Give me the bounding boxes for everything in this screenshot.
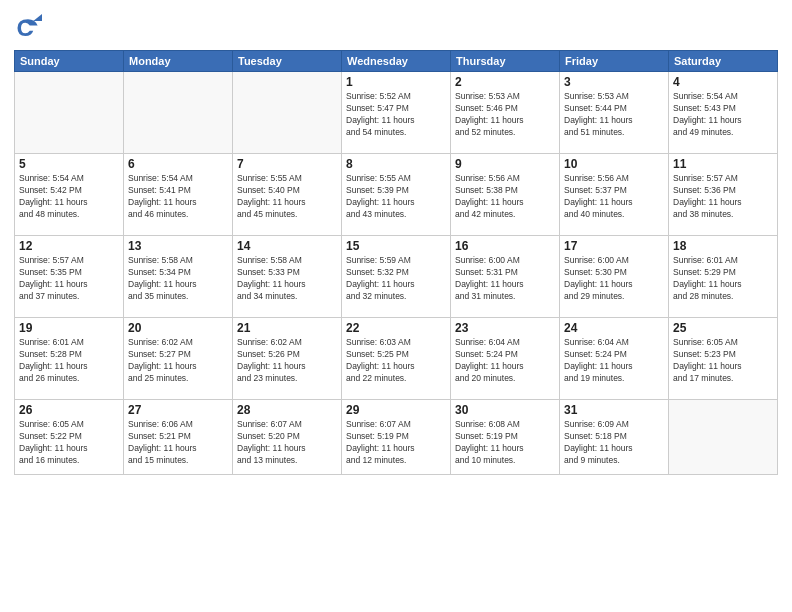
calendar-cell: 18Sunrise: 6:01 AM Sunset: 5:29 PM Dayli…: [669, 236, 778, 318]
day-info: Sunrise: 6:09 AM Sunset: 5:18 PM Dayligh…: [564, 419, 664, 467]
day-number: 19: [19, 321, 119, 335]
day-number: 17: [564, 239, 664, 253]
header: [14, 10, 778, 42]
day-info: Sunrise: 6:03 AM Sunset: 5:25 PM Dayligh…: [346, 337, 446, 385]
calendar-table: SundayMondayTuesdayWednesdayThursdayFrid…: [14, 50, 778, 475]
calendar-cell: [233, 72, 342, 154]
calendar-cell: 2Sunrise: 5:53 AM Sunset: 5:46 PM Daylig…: [451, 72, 560, 154]
day-info: Sunrise: 5:57 AM Sunset: 5:35 PM Dayligh…: [19, 255, 119, 303]
day-info: Sunrise: 5:57 AM Sunset: 5:36 PM Dayligh…: [673, 173, 773, 221]
weekday-header-saturday: Saturday: [669, 51, 778, 72]
calendar-cell: 21Sunrise: 6:02 AM Sunset: 5:26 PM Dayli…: [233, 318, 342, 400]
day-number: 28: [237, 403, 337, 417]
day-info: Sunrise: 6:06 AM Sunset: 5:21 PM Dayligh…: [128, 419, 228, 467]
day-number: 14: [237, 239, 337, 253]
day-number: 1: [346, 75, 446, 89]
day-number: 18: [673, 239, 773, 253]
week-row-4: 19Sunrise: 6:01 AM Sunset: 5:28 PM Dayli…: [15, 318, 778, 400]
day-info: Sunrise: 5:53 AM Sunset: 5:46 PM Dayligh…: [455, 91, 555, 139]
calendar-cell: 24Sunrise: 6:04 AM Sunset: 5:24 PM Dayli…: [560, 318, 669, 400]
day-number: 11: [673, 157, 773, 171]
day-info: Sunrise: 5:58 AM Sunset: 5:34 PM Dayligh…: [128, 255, 228, 303]
day-info: Sunrise: 6:00 AM Sunset: 5:31 PM Dayligh…: [455, 255, 555, 303]
day-info: Sunrise: 6:07 AM Sunset: 5:20 PM Dayligh…: [237, 419, 337, 467]
weekday-header-wednesday: Wednesday: [342, 51, 451, 72]
day-number: 29: [346, 403, 446, 417]
logo-icon: [14, 14, 42, 42]
calendar-cell: 1Sunrise: 5:52 AM Sunset: 5:47 PM Daylig…: [342, 72, 451, 154]
day-number: 7: [237, 157, 337, 171]
day-info: Sunrise: 5:56 AM Sunset: 5:38 PM Dayligh…: [455, 173, 555, 221]
day-info: Sunrise: 6:04 AM Sunset: 5:24 PM Dayligh…: [455, 337, 555, 385]
weekday-header-tuesday: Tuesday: [233, 51, 342, 72]
day-info: Sunrise: 6:01 AM Sunset: 5:29 PM Dayligh…: [673, 255, 773, 303]
day-number: 16: [455, 239, 555, 253]
day-number: 27: [128, 403, 228, 417]
day-info: Sunrise: 5:55 AM Sunset: 5:40 PM Dayligh…: [237, 173, 337, 221]
calendar-container: SundayMondayTuesdayWednesdayThursdayFrid…: [0, 0, 792, 483]
day-number: 21: [237, 321, 337, 335]
day-info: Sunrise: 6:08 AM Sunset: 5:19 PM Dayligh…: [455, 419, 555, 467]
day-info: Sunrise: 5:52 AM Sunset: 5:47 PM Dayligh…: [346, 91, 446, 139]
calendar-cell: 15Sunrise: 5:59 AM Sunset: 5:32 PM Dayli…: [342, 236, 451, 318]
calendar-cell: 17Sunrise: 6:00 AM Sunset: 5:30 PM Dayli…: [560, 236, 669, 318]
weekday-header-monday: Monday: [124, 51, 233, 72]
day-number: 9: [455, 157, 555, 171]
calendar-cell: [15, 72, 124, 154]
day-number: 22: [346, 321, 446, 335]
day-number: 31: [564, 403, 664, 417]
calendar-cell: 9Sunrise: 5:56 AM Sunset: 5:38 PM Daylig…: [451, 154, 560, 236]
weekday-header-thursday: Thursday: [451, 51, 560, 72]
logo: [14, 14, 46, 42]
weekday-header-row: SundayMondayTuesdayWednesdayThursdayFrid…: [15, 51, 778, 72]
calendar-cell: 16Sunrise: 6:00 AM Sunset: 5:31 PM Dayli…: [451, 236, 560, 318]
calendar-cell: 10Sunrise: 5:56 AM Sunset: 5:37 PM Dayli…: [560, 154, 669, 236]
day-number: 25: [673, 321, 773, 335]
day-number: 2: [455, 75, 555, 89]
calendar-cell: 30Sunrise: 6:08 AM Sunset: 5:19 PM Dayli…: [451, 400, 560, 475]
day-info: Sunrise: 5:54 AM Sunset: 5:42 PM Dayligh…: [19, 173, 119, 221]
day-info: Sunrise: 5:55 AM Sunset: 5:39 PM Dayligh…: [346, 173, 446, 221]
day-number: 3: [564, 75, 664, 89]
calendar-cell: 14Sunrise: 5:58 AM Sunset: 5:33 PM Dayli…: [233, 236, 342, 318]
day-number: 26: [19, 403, 119, 417]
calendar-cell: 28Sunrise: 6:07 AM Sunset: 5:20 PM Dayli…: [233, 400, 342, 475]
day-number: 8: [346, 157, 446, 171]
day-number: 5: [19, 157, 119, 171]
day-info: Sunrise: 6:05 AM Sunset: 5:22 PM Dayligh…: [19, 419, 119, 467]
calendar-cell: 7Sunrise: 5:55 AM Sunset: 5:40 PM Daylig…: [233, 154, 342, 236]
calendar-cell: 8Sunrise: 5:55 AM Sunset: 5:39 PM Daylig…: [342, 154, 451, 236]
day-number: 23: [455, 321, 555, 335]
calendar-cell: 19Sunrise: 6:01 AM Sunset: 5:28 PM Dayli…: [15, 318, 124, 400]
weekday-header-friday: Friday: [560, 51, 669, 72]
day-number: 15: [346, 239, 446, 253]
day-info: Sunrise: 6:02 AM Sunset: 5:26 PM Dayligh…: [237, 337, 337, 385]
day-info: Sunrise: 6:05 AM Sunset: 5:23 PM Dayligh…: [673, 337, 773, 385]
calendar-cell: 6Sunrise: 5:54 AM Sunset: 5:41 PM Daylig…: [124, 154, 233, 236]
day-number: 30: [455, 403, 555, 417]
calendar-cell: 25Sunrise: 6:05 AM Sunset: 5:23 PM Dayli…: [669, 318, 778, 400]
calendar-cell: 12Sunrise: 5:57 AM Sunset: 5:35 PM Dayli…: [15, 236, 124, 318]
calendar-cell: [124, 72, 233, 154]
calendar-cell: 11Sunrise: 5:57 AM Sunset: 5:36 PM Dayli…: [669, 154, 778, 236]
week-row-1: 1Sunrise: 5:52 AM Sunset: 5:47 PM Daylig…: [15, 72, 778, 154]
day-number: 4: [673, 75, 773, 89]
calendar-cell: 22Sunrise: 6:03 AM Sunset: 5:25 PM Dayli…: [342, 318, 451, 400]
day-info: Sunrise: 6:00 AM Sunset: 5:30 PM Dayligh…: [564, 255, 664, 303]
calendar-cell: 26Sunrise: 6:05 AM Sunset: 5:22 PM Dayli…: [15, 400, 124, 475]
calendar-cell: 27Sunrise: 6:06 AM Sunset: 5:21 PM Dayli…: [124, 400, 233, 475]
day-number: 12: [19, 239, 119, 253]
day-info: Sunrise: 5:54 AM Sunset: 5:43 PM Dayligh…: [673, 91, 773, 139]
calendar-cell: [669, 400, 778, 475]
week-row-2: 5Sunrise: 5:54 AM Sunset: 5:42 PM Daylig…: [15, 154, 778, 236]
day-info: Sunrise: 5:58 AM Sunset: 5:33 PM Dayligh…: [237, 255, 337, 303]
day-info: Sunrise: 5:59 AM Sunset: 5:32 PM Dayligh…: [346, 255, 446, 303]
calendar-cell: 5Sunrise: 5:54 AM Sunset: 5:42 PM Daylig…: [15, 154, 124, 236]
day-info: Sunrise: 6:01 AM Sunset: 5:28 PM Dayligh…: [19, 337, 119, 385]
day-number: 20: [128, 321, 228, 335]
weekday-header-sunday: Sunday: [15, 51, 124, 72]
day-info: Sunrise: 5:53 AM Sunset: 5:44 PM Dayligh…: [564, 91, 664, 139]
calendar-cell: 31Sunrise: 6:09 AM Sunset: 5:18 PM Dayli…: [560, 400, 669, 475]
day-number: 24: [564, 321, 664, 335]
day-info: Sunrise: 6:02 AM Sunset: 5:27 PM Dayligh…: [128, 337, 228, 385]
